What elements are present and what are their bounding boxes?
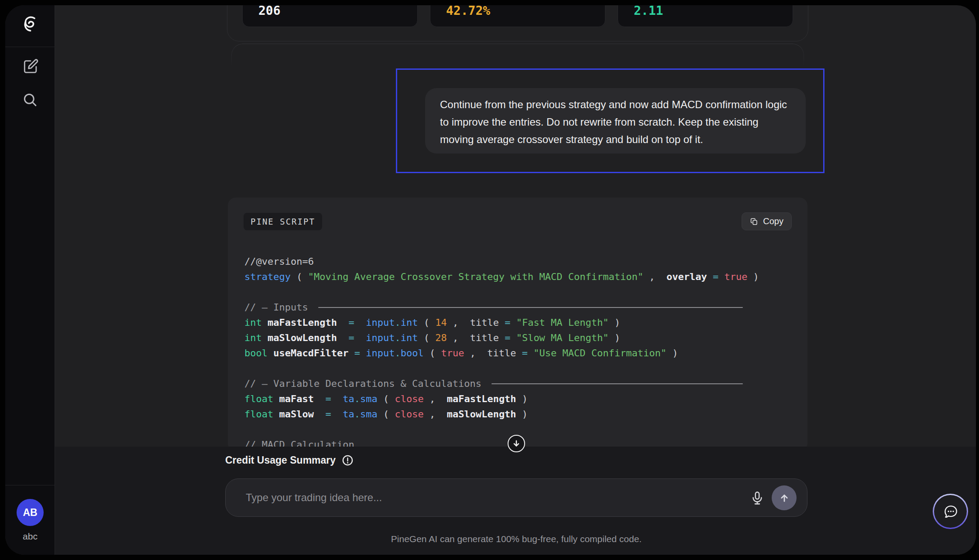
code-line: //@version=6 [244,254,807,269]
stat-card-ratio: 2.11 [618,5,793,27]
info-icon[interactable] [342,454,354,466]
code-line: strategy ( "Moving Average Crossover Str… [244,269,807,284]
avatar-username: abc [5,531,55,542]
code-block: PINE SCRIPT Copy //@version=6strategy ( … [228,198,807,451]
copy-button[interactable]: Copy [742,212,792,230]
code-line [244,361,807,376]
stat-card-percent: 42.72% [430,5,605,27]
sidebar-divider-top [5,47,55,47]
chat-bubble-icon [934,495,967,528]
stat-card-total-trades: 206 [242,5,418,27]
language-chip: PINE SCRIPT [244,213,322,230]
stat-value-2: 2.11 [634,5,663,18]
composer-bar [225,478,807,517]
arrow-up-icon [778,492,790,504]
code-line [244,284,807,300]
sidebar-divider-bottom [5,485,55,485]
copy-button-label: Copy [763,216,783,226]
search-icon [22,92,38,108]
code-line: int maSlowLength = input.int ( 28 , titl… [244,330,807,345]
microphone-icon [749,490,765,506]
user-message-bubble: Continue from the previous strategy and … [425,88,806,154]
code-line: // — Variable Declarations & Calculation… [244,376,743,391]
trading-idea-input[interactable] [246,479,748,516]
stats-container: 206 42.72% 2.11 [227,5,808,41]
app-window: 206 42.72% 2.11 Continue from the previo… [5,5,976,555]
stat-value-1: 42.72% [446,5,490,18]
stat-value-0: 206 [258,5,281,18]
credit-usage-row: Credit Usage Summary [225,454,354,466]
code-line: float maSlow = ta.sma ( close , maSlowLe… [244,406,807,422]
code-line: // — Inputs [244,300,743,315]
app-screen: 206 42.72% 2.11 Continue from the previo… [0,0,979,560]
arrow-down-icon [511,438,522,449]
code-line: int maFastLength = input.int ( 14 , titl… [244,315,807,330]
user-message-highlight-box: Continue from the previous strategy and … [396,68,824,173]
credit-usage-summary-label: Credit Usage Summary [225,454,336,466]
compose-icon [21,58,39,75]
support-chat-button[interactable] [933,494,968,529]
sidebar: AB abc [5,5,55,555]
disclaimer-text: PineGen AI can generate 100% bug-free, f… [225,534,807,544]
pinegen-logo-icon [5,14,55,37]
user-message-text: Continue from the previous strategy and … [440,99,787,145]
scroll-to-bottom-button[interactable] [508,435,525,452]
copy-icon [750,217,759,226]
new-chat-button[interactable] [5,58,55,75]
code-line [244,422,807,437]
code-lines: //@version=6strategy ( "Moving Average C… [244,254,807,452]
mic-button[interactable] [748,488,767,508]
code-line: float maFast = ta.sma ( close , maFastLe… [244,391,807,406]
search-button[interactable] [5,92,55,108]
faded-section-border [231,44,804,72]
code-block-header: PINE SCRIPT Copy [244,212,792,230]
code-line: bool useMacdFilter = input.bool ( true ,… [244,345,807,361]
user-avatar[interactable]: AB [17,499,44,526]
avatar-initials: AB [23,507,37,519]
send-button[interactable] [772,485,797,510]
